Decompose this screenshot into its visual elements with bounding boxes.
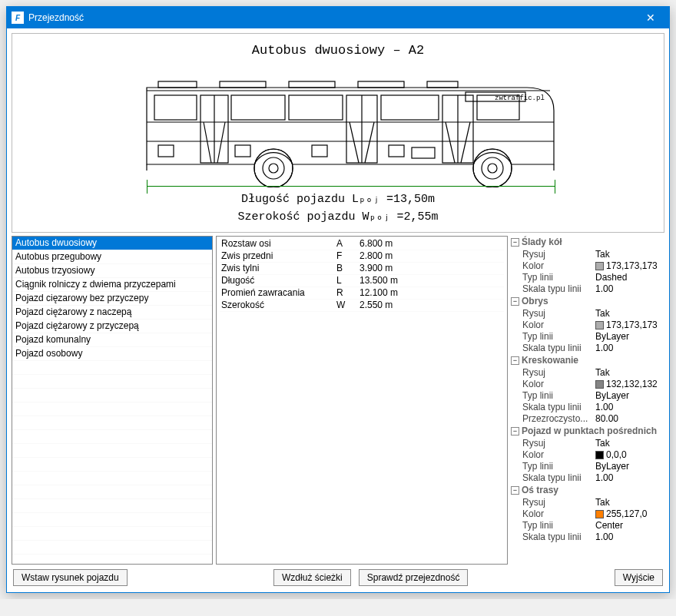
property-value: 1.00 [595,472,613,484]
param-value: 2.550 m [360,300,393,311]
vehicle-list-item[interactable]: Pojazd komunalny [12,333,212,347]
vehicle-list-item[interactable]: Pojazd cięzarowy bez przyczepy [12,292,212,306]
property-row[interactable]: Kolor132,132,132 [511,379,664,390]
dialog-window: F Przejezdność ✕ Autobus dwuosiowy – A2 [6,6,670,593]
property-group-header[interactable]: −Obrys [511,295,664,308]
vehicle-list-item[interactable]: Pojazd ciężarowy z przyczepą [12,320,212,333]
property-key: Skala typu linii [522,343,595,354]
param-name: Promień zawracania [221,287,336,299]
svg-rect-7 [154,95,197,120]
property-row[interactable]: Typ liniiCenter [511,520,664,532]
property-row[interactable]: Typ liniiDashed [511,272,664,283]
property-row[interactable]: RysujTak [511,367,664,379]
drawing-preview: Autobus dwuosiowy – A2 [12,33,664,233]
list-empty-row [12,361,212,375]
property-row[interactable]: Typ liniiByLayer [511,331,664,343]
property-row[interactable]: RysujTak [511,249,664,260]
vehicle-list-item[interactable]: Pojazd ciężarowy z naczepą [12,306,212,320]
close-button[interactable]: ✕ [635,7,666,28]
property-key: Typ linii [522,390,595,402]
property-group-header[interactable]: −Pojazd w punktach pośrednich [511,425,664,438]
list-empty-row [12,402,212,416]
property-row[interactable]: Typ liniiByLayer [511,461,664,472]
param-row: SzerokośćW2.550 m [220,300,504,312]
drawing-title: Autobus dwuosiowy – A2 [12,43,664,58]
property-key: Skala typu linii [522,532,595,543]
property-value: ByLayer [595,461,629,472]
vehicle-list-item[interactable]: Autobus przegubowy [12,250,212,264]
property-key: Skala typu linii [522,402,595,413]
collapse-icon[interactable]: − [511,486,519,495]
property-group-header[interactable]: −Ślady kół [511,236,664,249]
param-row: Zwis tylniB3.900 m [220,263,504,275]
property-row[interactable]: Skala typu linii1.00 [511,343,664,354]
svg-rect-27 [312,145,327,157]
svg-line-19 [365,122,374,163]
bus-drawing: zwtraffic.pl [135,65,565,187]
property-key: Kolor [522,379,595,390]
property-group-header[interactable]: −Oś trasy [511,484,664,497]
property-row[interactable]: Kolor173,173,173 [511,260,664,272]
mid-panels: Autobus dwuosiowyAutobus przegubowyAutob… [12,236,664,565]
param-code: W [336,300,360,311]
window-title: Przejezdność [28,12,635,23]
list-empty-row [12,416,212,430]
property-row[interactable]: Skala typu linii1.00 [511,283,664,295]
vehicle-list-item[interactable]: Pojazd osobowy [12,347,212,361]
param-code: B [336,263,360,274]
property-row[interactable]: Typ liniiByLayer [511,390,664,402]
property-group-title: Kreskowanie [522,355,578,366]
property-value: 80.00 [595,413,618,425]
titlebar[interactable]: F Przejezdność ✕ [7,7,669,28]
property-key: Typ linii [522,272,595,283]
list-empty-row [12,527,212,541]
svg-rect-29 [412,147,435,158]
params-panel: Rozstaw osiA6.800 mZwis przedniF2.800 mZ… [216,236,508,565]
property-value: Tak [595,308,610,320]
insert-drawing-button[interactable]: Wstaw rysunek pojazdu [13,569,128,586]
property-key: Kolor [522,508,595,520]
param-value: 12.100 m [360,287,398,299]
property-row[interactable]: RysujTak [511,497,664,508]
svg-line-18 [350,122,359,163]
check-driveability-button[interactable]: Sprawdź przejezdność [359,569,469,586]
vehicle-list-item[interactable]: Autobus trzyosiowy [12,264,212,278]
list-empty-row [12,541,212,555]
collapse-icon[interactable]: − [511,297,519,306]
property-row[interactable]: Kolor255,127,0 [511,508,664,520]
property-key: Rysuj [522,367,595,379]
list-empty-row [12,444,212,458]
color-swatch [595,262,604,270]
property-row[interactable]: Skala typu linii1.00 [511,472,664,484]
property-row[interactable]: Kolor173,173,173 [511,320,664,331]
collapse-icon[interactable]: − [511,238,519,247]
property-group-title: Ślady kół [522,237,562,248]
property-group-header[interactable]: −Kreskowanie [511,354,664,367]
property-row[interactable]: RysujTak [511,438,664,449]
property-value: 173,173,173 [606,260,658,272]
svg-line-22 [446,122,455,163]
property-row[interactable]: Skala typu linii1.00 [511,402,664,413]
svg-rect-4 [358,81,404,88]
along-path-button[interactable]: Wzdłuż ścieżki [273,569,351,586]
param-row: Rozstaw osiA6.800 m [220,238,504,250]
vehicle-list-item[interactable]: Autobus dwuosiowy [12,237,212,250]
property-key: Rysuj [522,249,595,260]
exit-button[interactable]: Wyjście [615,569,663,586]
vehicle-list-item[interactable]: Ciągnik rolniczy z dwiema przyczepami [12,278,212,292]
list-empty-row [12,485,212,499]
property-row[interactable]: Kolor0,0,0 [511,449,664,461]
vehicle-listbox[interactable]: Autobus dwuosiowyAutobus przegubowyAutob… [12,236,213,565]
property-row[interactable]: Przezroczysto...80.00 [511,413,664,425]
properties-panel: −Ślady kółRysujTakKolor173,173,173Typ li… [511,236,664,565]
collapse-icon[interactable]: − [511,427,519,436]
property-value: 1.00 [595,283,613,295]
property-value: 132,132,132 [606,379,658,390]
collapse-icon[interactable]: − [511,356,519,365]
property-row[interactable]: Skala typu linii1.00 [511,532,664,543]
property-row[interactable]: RysujTak [511,308,664,320]
param-code: F [336,250,360,262]
property-value: 255,127,0 [606,508,647,520]
param-row: Zwis przedniF2.800 m [220,250,504,263]
svg-rect-25 [158,145,174,157]
